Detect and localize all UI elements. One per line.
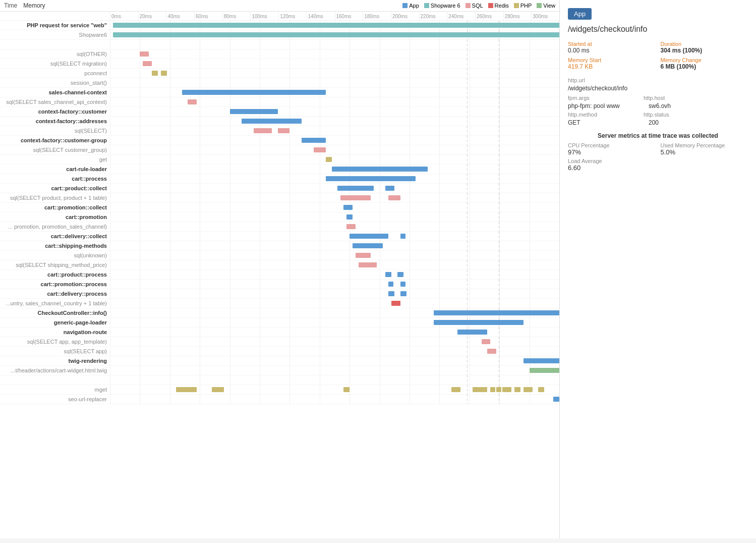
- time-tick: 240ms: [447, 12, 475, 20]
- trace-row: context-factory::customer: [0, 107, 559, 117]
- trace-bar: [116, 32, 559, 37]
- trace-bar-area: [110, 97, 559, 106]
- trace-label: cart::delivery::collect: [0, 233, 110, 239]
- metrics-grid: CPU Percentage 97% Used Memory Percentag…: [568, 142, 748, 172]
- trace-bar: [473, 387, 479, 392]
- legend-color-sql: [466, 3, 471, 8]
- trace-label: sql(SELECT sales_channel_api_context): [0, 99, 110, 105]
- time-tick: 100ms: [250, 12, 278, 20]
- http-method-label: http.method: [568, 112, 633, 118]
- trace-label: sql(SELECT shipping_method_price): [0, 262, 110, 268]
- timeline-container[interactable]: 0ms20ms40ms60ms80ms100ms120ms140ms160ms1…: [0, 12, 559, 538]
- time-tick: 180ms: [363, 12, 391, 20]
- trace-bar: [482, 339, 491, 344]
- trace-row: cart::product::process: [0, 270, 559, 280]
- trace-bar: [487, 349, 496, 354]
- trace-label: sql(SELECT product, product + 1 table): [0, 195, 110, 201]
- trace-bar: [188, 99, 197, 104]
- trace-label: context-factory::customer: [0, 108, 110, 115]
- trace-row: generic-page-loader: [0, 318, 559, 328]
- trace-bar: [502, 387, 511, 392]
- memory-change-value: 6 MB (100%): [661, 63, 748, 70]
- trace-bar-area: [110, 232, 559, 241]
- legend-item-php: PHP: [514, 3, 532, 9]
- trace-bar-area: [110, 280, 559, 289]
- trace-label: cart::promotion::process: [0, 281, 110, 287]
- trace-bar: [359, 262, 377, 267]
- trace-bar: [538, 387, 544, 392]
- legend-label: PHP: [520, 3, 532, 9]
- started-at-value: 0.00 ms: [568, 47, 656, 54]
- trace-bar-area: [110, 69, 559, 78]
- trace-row: twig-rendering: [0, 356, 559, 366]
- trace-label: ...untry, sales_channel_country + 1 tabl…: [0, 300, 110, 306]
- trace-row: sql(SELECT app, app_template): [0, 337, 559, 347]
- trace-bar: [346, 214, 353, 220]
- trace-row: cart::shipping-methods: [0, 241, 559, 251]
- trace-label: get: [0, 156, 110, 162]
- trace-row: sales-channel-context: [0, 88, 559, 97]
- legend-color-redis: [488, 3, 493, 8]
- trace-bar-area: [110, 117, 559, 126]
- trace-bar: [400, 234, 405, 239]
- trace-label: sql(SELECT app, app_template): [0, 339, 110, 345]
- trace-bar: [388, 282, 393, 287]
- trace-row: CheckoutController::info(): [0, 308, 559, 318]
- trace-bar-area: [110, 78, 559, 87]
- legend: AppShopware 6SQLRedisPHPView: [402, 3, 555, 9]
- trace-bar: [496, 387, 501, 392]
- trace-bar: [524, 387, 533, 392]
- trace-row: mget: [0, 385, 559, 395]
- trace-bar-area: [110, 347, 559, 356]
- trace-bar: [400, 282, 405, 287]
- http-url-value: /widgets/checkout/info: [568, 85, 748, 92]
- trace-row: navigation-route: [0, 328, 559, 337]
- legend-color-php: [514, 3, 519, 8]
- memory-start-value: 419.7 KB: [568, 63, 656, 70]
- time-tick: 120ms: [278, 12, 307, 20]
- trace-label: cart::product::collect: [0, 185, 110, 191]
- trace-label: seo-url-replacer: [0, 396, 110, 402]
- trace-bar: [391, 301, 400, 306]
- cpu-percentage-value: 97%: [568, 148, 656, 156]
- started-at-label: Started at: [568, 41, 656, 47]
- http-method-value: GET: [568, 119, 638, 126]
- trace-bar-area: [110, 328, 559, 337]
- trace-bar: [385, 186, 394, 191]
- trace-bar-area: [110, 270, 559, 279]
- route-path: /widgets/checkout/info: [568, 25, 748, 34]
- trace-row: cart::delivery::collect: [0, 232, 559, 241]
- legend-label: App: [409, 3, 419, 9]
- tab-memory[interactable]: Memory: [23, 2, 45, 9]
- trace-bar-area: [110, 165, 559, 174]
- trace-label: cart-rule-loader: [0, 166, 110, 172]
- trace-bar-area: [110, 30, 559, 39]
- legend-item-redis: Redis: [488, 3, 509, 9]
- trace-bar-area: [110, 136, 559, 145]
- trace-bar-area: [110, 203, 559, 212]
- used-memory-label: Used Memory Percentage: [661, 142, 748, 148]
- trace-bar: [479, 387, 488, 392]
- trace-bar-area: [110, 289, 559, 298]
- legend-color-view: [537, 3, 542, 8]
- trace-bar-area: [110, 49, 559, 59]
- trace-bar: [530, 368, 559, 373]
- trace-bar-area: [110, 88, 559, 97]
- trace-label: navigation-route: [0, 329, 110, 335]
- trace-bar: [254, 128, 272, 133]
- http-host-label: http.host: [644, 95, 709, 101]
- trace-row: ... promotion, promotion_sales_channel): [0, 222, 559, 232]
- trace-row: cart::process: [0, 174, 559, 184]
- trace-label: generic-page-loader: [0, 319, 110, 325]
- trace-label: session_start(): [0, 80, 110, 86]
- time-tick: 220ms: [419, 12, 447, 20]
- trace-bar: [337, 186, 373, 191]
- trace-label: PHP request for service "web": [0, 22, 110, 28]
- trace-bar: [326, 157, 332, 162]
- trace-row: sql(unknown): [0, 251, 559, 260]
- trace-bar: [326, 176, 416, 181]
- app-badge: App: [568, 8, 592, 20]
- trace-bar-area: [110, 212, 559, 222]
- tab-time[interactable]: Time: [4, 2, 17, 9]
- trace-row: sql(OTHER): [0, 49, 559, 59]
